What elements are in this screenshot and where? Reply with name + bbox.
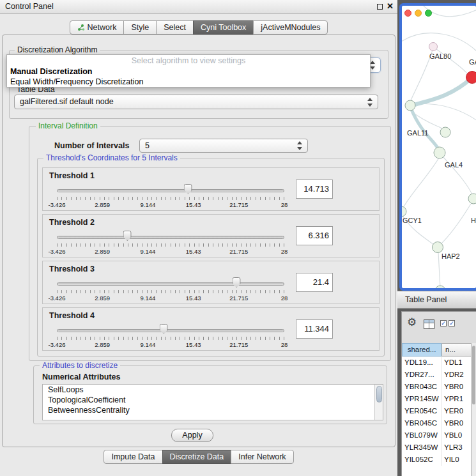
network-node[interactable]: [402, 206, 406, 217]
slider-scale: -3.426 2.859 9.144 15.43 21.715 28: [57, 341, 284, 349]
tick-label: 21.715: [229, 295, 248, 302]
checkbox-icon[interactable]: ✓: [449, 320, 455, 326]
selected-red-node[interactable]: [466, 72, 476, 84]
apply-button[interactable]: Apply: [171, 429, 213, 442]
tick-label: 15.43: [186, 201, 201, 208]
cell: YIL0: [441, 454, 472, 466]
tick-label: 9.144: [141, 248, 156, 255]
cell: YDR2: [441, 369, 472, 381]
gear-icon[interactable]: ⚙: [407, 317, 417, 328]
network-node[interactable]: [435, 286, 445, 288]
slider-thumb[interactable]: [160, 324, 168, 334]
table-scrollbar[interactable]: [471, 343, 476, 476]
tab-network[interactable]: Network: [70, 20, 125, 35]
slider-scale: -3.426 2.859 9.144 15.43 21.715 28: [57, 295, 284, 302]
panel-title: Control Panel: [5, 0, 54, 13]
number-of-intervals-select[interactable]: 5: [139, 139, 308, 153]
table-row[interactable]: YLR345WYLR3: [402, 441, 472, 454]
tab-label: Network: [88, 23, 117, 32]
cell: YBR0: [441, 417, 472, 429]
slider-track[interactable]: [57, 282, 284, 286]
column-header-shared-name[interactable]: shared...: [402, 343, 441, 357]
cell: YIL052C: [402, 454, 441, 466]
tick-label: 28: [281, 295, 288, 302]
column-header-name[interactable]: n...: [441, 343, 472, 357]
group-title: Threshold's Coordinates for 5 Intervals: [43, 153, 180, 162]
numerical-attributes-list: SelfLoops TopologicalCoefficient Between…: [42, 384, 383, 420]
table-row[interactable]: YBR045CYBR0: [402, 417, 472, 429]
slider-track[interactable]: [57, 236, 284, 239]
network-graph[interactable]: GAL80 GA GAL11 GAL4 GCY1 HAP2 H: [402, 6, 476, 288]
tab-discretize-data[interactable]: Discretize Data: [162, 450, 232, 464]
list-item[interactable]: BetweennessCentrality: [43, 405, 383, 415]
slider-track[interactable]: [57, 189, 284, 192]
popup-placeholder: Select algorithm to view settings: [7, 56, 370, 65]
table-row[interactable]: YBR043CYBR0: [402, 381, 472, 393]
tick-label: 2.859: [95, 295, 110, 302]
table-data-select[interactable]: galFiltered.sif default node: [14, 95, 378, 109]
scrollbar-thumb[interactable]: [472, 346, 475, 404]
threshold-value-field[interactable]: 6.316: [296, 226, 333, 245]
tab-label: Cyni Toolbox: [201, 23, 246, 32]
slider-thumb[interactable]: [123, 231, 132, 241]
tab-jactivemodules[interactable]: jActiveMNodules: [253, 20, 328, 35]
cell: YPR1: [441, 393, 472, 405]
table-row[interactable]: YBL079WYBL0: [402, 429, 472, 441]
threshold-value-field[interactable]: 21.4: [296, 273, 333, 292]
threshold-label: Threshold 4: [49, 311, 95, 320]
table-row[interactable]: YDR27...YDR2: [402, 369, 472, 381]
highlighted-edges: [411, 77, 472, 150]
network-node[interactable]: [433, 242, 443, 253]
threshold-value-field[interactable]: 11.344: [296, 319, 333, 339]
slider-thumb[interactable]: [184, 184, 192, 194]
close-icon[interactable]: ✕: [387, 1, 394, 11]
stepper-icon: [297, 141, 303, 150]
mac-close-button[interactable]: [404, 10, 411, 17]
numerical-attributes-label: Numerical Attributes: [42, 372, 120, 381]
tick-label: 2.859: [95, 248, 110, 255]
list-item[interactable]: TopologicalCoefficient: [43, 395, 383, 405]
tab-select[interactable]: Select: [156, 20, 194, 35]
tick-label: 15.43: [186, 248, 201, 255]
mac-minimize-button[interactable]: [415, 10, 422, 17]
tick-label: 21.715: [229, 201, 248, 208]
table-row[interactable]: YDL19...YDL1: [402, 357, 472, 369]
algorithm-option-manual-discretization[interactable]: Manual Discretization: [10, 67, 93, 76]
list-scrollbar[interactable]: [374, 385, 383, 420]
slider: -3.426 2.859 9.144 15.43 21.715 28: [57, 183, 284, 210]
tick-label: 21.715: [229, 248, 248, 255]
tab-cyni-toolbox[interactable]: Cyni Toolbox: [193, 20, 254, 35]
checkbox-icon[interactable]: ✓: [440, 320, 447, 326]
algorithm-option-equal-width-frequency[interactable]: Equal Width/Frequency Discretization: [10, 77, 143, 86]
right-column: GAL80 GA GAL11 GAL4 GCY1 HAP2 H Table Pa…: [397, 0, 476, 476]
threshold-value-field[interactable]: 14.713: [296, 180, 333, 199]
tick-label: 28: [281, 248, 288, 255]
threshold-label: Threshold 3: [49, 265, 95, 273]
tab-impute-data[interactable]: Impute Data: [104, 450, 162, 464]
scrollbar-thumb[interactable]: [376, 386, 382, 403]
tab-style[interactable]: Style: [123, 20, 157, 35]
tick-label: 21.715: [229, 341, 248, 348]
threshold-label: Threshold 2: [49, 218, 95, 227]
table-row[interactable]: YIL052CYIL0: [402, 454, 472, 466]
tab-label: Impute Data: [111, 452, 155, 461]
network-nodes: [402, 43, 476, 289]
network-node[interactable]: [405, 100, 415, 111]
table-header-row: shared... n...: [402, 343, 472, 357]
network-node[interactable]: [468, 194, 476, 204]
slider: -3.426 2.859 9.144 15.43 21.715 28: [57, 230, 284, 257]
columns-icon[interactable]: [424, 319, 434, 329]
slider-thumb[interactable]: [233, 277, 241, 288]
slider-track[interactable]: [57, 329, 284, 332]
tab-label: Select: [164, 23, 186, 32]
network-node[interactable]: [429, 43, 438, 51]
screen: Control Panel ✕ Network Style Select Cyn…: [0, 0, 476, 476]
network-node[interactable]: [434, 147, 445, 158]
list-item[interactable]: SelfLoops: [43, 385, 383, 395]
table-row[interactable]: YPR145WYPR1: [402, 393, 472, 405]
tab-infer-network[interactable]: Infer Network: [231, 450, 293, 464]
network-node[interactable]: [440, 127, 450, 137]
table-row[interactable]: YER054CYER0: [402, 405, 472, 417]
float-window-icon[interactable]: [377, 4, 383, 10]
mac-zoom-button[interactable]: [425, 10, 432, 17]
